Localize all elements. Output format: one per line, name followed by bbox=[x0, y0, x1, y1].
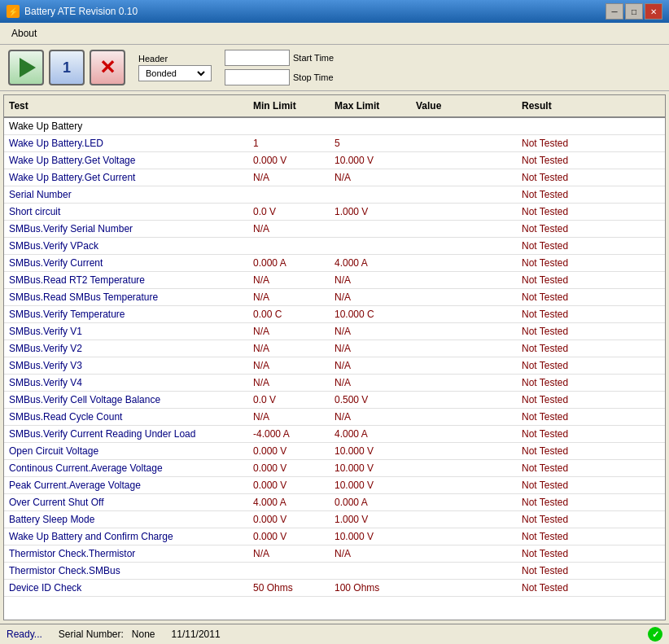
table-row[interactable]: Wake Up Battery.Get Current N/A N/A Not … bbox=[4, 169, 665, 186]
table-row[interactable]: SMBus.Verify VPack Not Tested bbox=[4, 238, 665, 255]
cell-test: Thermistor Check.SMBus bbox=[4, 563, 248, 579]
stop-time-input[interactable] bbox=[225, 69, 290, 85]
table-header: Test Min Limit Max Limit Value Result bbox=[4, 95, 665, 118]
serial-label: Serial Number: bbox=[59, 629, 124, 640]
cell-value bbox=[411, 392, 517, 408]
cell-value bbox=[411, 169, 517, 186]
cell-value bbox=[411, 289, 517, 305]
table-row[interactable]: SMBus.Verify V1 N/A N/A Not Tested bbox=[4, 323, 665, 340]
cell-result: Not Tested bbox=[517, 357, 623, 374]
cell-value bbox=[411, 580, 517, 596]
cell-max bbox=[330, 563, 411, 579]
table-row[interactable]: Serial Number Not Tested bbox=[4, 186, 665, 204]
status-ok-indicator: ✓ bbox=[648, 627, 662, 642]
table-row[interactable]: SMBus.Verify Current 0.000 A 4.000 A Not… bbox=[4, 255, 665, 272]
table-row[interactable]: Thermistor Check.SMBus Not Tested bbox=[4, 563, 665, 580]
table-row[interactable]: Over Current Shut Off 4.000 A 0.000 A No… bbox=[4, 494, 665, 511]
table-row[interactable]: Wake Up Battery and Confirm Charge 0.000… bbox=[4, 528, 665, 545]
cell-min: 0.000 V bbox=[248, 443, 330, 459]
table-row[interactable]: SMBus.Verify V4 N/A N/A Not Tested bbox=[4, 375, 665, 392]
cell-test: SMBus.Verify V4 bbox=[4, 375, 248, 391]
cell-result: Not Tested bbox=[517, 238, 623, 254]
cell-test: Over Current Shut Off bbox=[4, 494, 248, 510]
cell-max: N/A bbox=[330, 323, 411, 340]
cell-result: Not Tested bbox=[517, 392, 623, 408]
cell-value bbox=[411, 443, 517, 459]
cell-min: N/A bbox=[248, 545, 330, 562]
step-button[interactable]: 1 bbox=[49, 50, 85, 85]
header-select[interactable]: Bonded bbox=[142, 68, 208, 79]
cell-result: Not Tested bbox=[517, 323, 623, 340]
cell-test: Peak Current.Average Voltage bbox=[4, 477, 248, 493]
menu-item-about[interactable]: About bbox=[7, 26, 42, 41]
stop-button[interactable]: ✕ bbox=[90, 50, 125, 85]
cell-test: Wake Up Battery.LED bbox=[4, 135, 248, 151]
table-row[interactable]: SMBus.Verify Serial Number N/A Not Teste… bbox=[4, 221, 665, 238]
cell-max: 10.000 V bbox=[330, 528, 411, 545]
cell-value bbox=[411, 460, 517, 476]
header-dropdown[interactable]: Bonded bbox=[138, 65, 212, 81]
cell-test: Wake Up Battery and Confirm Charge bbox=[4, 528, 248, 545]
header-section: Header Bonded bbox=[138, 54, 212, 81]
toolbar: 1 ✕ Header Bonded Start Time Stop Time bbox=[0, 45, 669, 91]
cell-test: Open Circuit Voltage bbox=[4, 443, 248, 459]
cell-result: Not Tested bbox=[517, 426, 623, 442]
table-row[interactable]: SMBus.Verify Temperature 0.00 C 10.000 C… bbox=[4, 306, 665, 323]
cell-max: 0.500 V bbox=[330, 392, 411, 408]
cell-value bbox=[411, 204, 517, 220]
cell-min: N/A bbox=[248, 221, 330, 237]
table-row[interactable]: SMBus.Verify Cell Voltage Balance 0.0 V … bbox=[4, 392, 665, 409]
start-time-input[interactable] bbox=[225, 50, 290, 66]
close-button[interactable]: ✕ bbox=[645, 3, 662, 20]
table-row[interactable]: Short circuit 0.0 V 1.000 V Not Tested bbox=[4, 204, 665, 221]
header-label: Header bbox=[138, 54, 212, 64]
table-row[interactable]: SMBus.Verify V3 N/A N/A Not Tested bbox=[4, 357, 665, 375]
cell-max: 10.000 V bbox=[330, 152, 411, 169]
cell-max: 4.000 A bbox=[330, 426, 411, 442]
table-row[interactable]: Wake Up Battery bbox=[4, 118, 665, 135]
cell-max: N/A bbox=[330, 340, 411, 357]
col-result: Result bbox=[517, 99, 623, 113]
stop-time-label: Stop Time bbox=[293, 72, 342, 82]
cell-test: SMBus.Verify V2 bbox=[4, 340, 248, 357]
table-body[interactable]: Wake Up Battery Wake Up Battery.LED 1 5 … bbox=[4, 118, 665, 620]
table-row[interactable]: SMBus.Read RT2 Temperature N/A N/A Not T… bbox=[4, 272, 665, 289]
cell-value bbox=[411, 306, 517, 322]
table-row[interactable]: SMBus.Verify V2 N/A N/A Not Tested bbox=[4, 340, 665, 357]
table-row[interactable]: SMBus.Read SMBus Temperature N/A N/A Not… bbox=[4, 289, 665, 306]
cell-min: 0.000 V bbox=[248, 460, 330, 476]
table-row[interactable]: SMBus.Verify Current Reading Under Load … bbox=[4, 426, 665, 443]
cell-value bbox=[411, 272, 517, 288]
table-row[interactable]: Battery Sleep Mode 0.000 V 1.000 V Not T… bbox=[4, 511, 665, 528]
cell-result: Not Tested bbox=[517, 563, 623, 579]
table-row[interactable]: Thermistor Check.Thermistor N/A N/A Not … bbox=[4, 545, 665, 563]
cell-value bbox=[411, 545, 517, 562]
cell-value bbox=[411, 340, 517, 357]
table-row[interactable]: Wake Up Battery.LED 1 5 Not Tested bbox=[4, 135, 665, 152]
serial-value: None bbox=[132, 629, 155, 640]
table-row[interactable]: SMBus.Read Cycle Count N/A N/A Not Teste… bbox=[4, 409, 665, 426]
minimize-button[interactable]: ─ bbox=[606, 3, 623, 20]
cell-min: N/A bbox=[248, 340, 330, 357]
cell-result: Not Tested bbox=[517, 169, 623, 186]
cell-min: 1 bbox=[248, 135, 330, 151]
cell-result: Not Tested bbox=[517, 255, 623, 271]
table-row[interactable]: Device ID Check 50 Ohms 100 Ohms Not Tes… bbox=[4, 580, 665, 597]
cell-test: SMBus.Verify VPack bbox=[4, 238, 248, 254]
play-button[interactable] bbox=[8, 50, 44, 85]
cell-max: N/A bbox=[330, 409, 411, 425]
cell-value bbox=[411, 255, 517, 271]
cell-min: 0.000 V bbox=[248, 477, 330, 493]
table-row[interactable]: Wake Up Battery.Get Voltage 0.000 V 10.0… bbox=[4, 152, 665, 169]
cell-min: N/A bbox=[248, 409, 330, 425]
cell-result: Not Tested bbox=[517, 375, 623, 391]
table-row[interactable]: Continous Current.Average Voltage 0.000 … bbox=[4, 460, 665, 477]
maximize-button[interactable]: □ bbox=[625, 3, 643, 20]
cell-result: Not Tested bbox=[517, 340, 623, 357]
table-row[interactable]: Peak Current.Average Voltage 0.000 V 10.… bbox=[4, 477, 665, 494]
cell-value bbox=[411, 238, 517, 254]
cell-min: -4.000 A bbox=[248, 426, 330, 442]
step-icon: 1 bbox=[63, 59, 71, 77]
cell-test: Device ID Check bbox=[4, 580, 248, 596]
table-row[interactable]: Open Circuit Voltage 0.000 V 10.000 V No… bbox=[4, 443, 665, 460]
